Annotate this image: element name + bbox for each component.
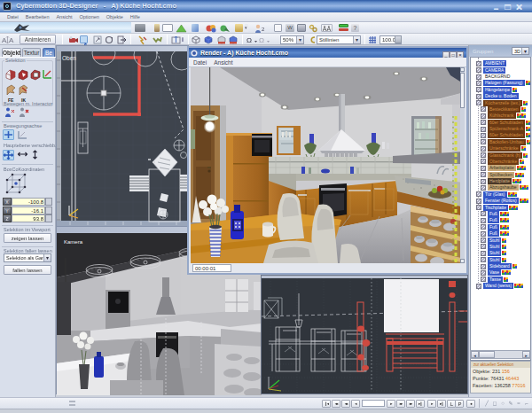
svg-text:A: A <box>9 36 14 44</box>
svg-text:Oben: Oben <box>62 55 76 61</box>
svg-text:Ω: Ω <box>246 36 252 44</box>
svg-text:2: 2 <box>262 27 265 32</box>
svg-text:Ω: Ω <box>259 36 264 44</box>
svg-text:Kamera: Kamera <box>64 239 83 245</box>
